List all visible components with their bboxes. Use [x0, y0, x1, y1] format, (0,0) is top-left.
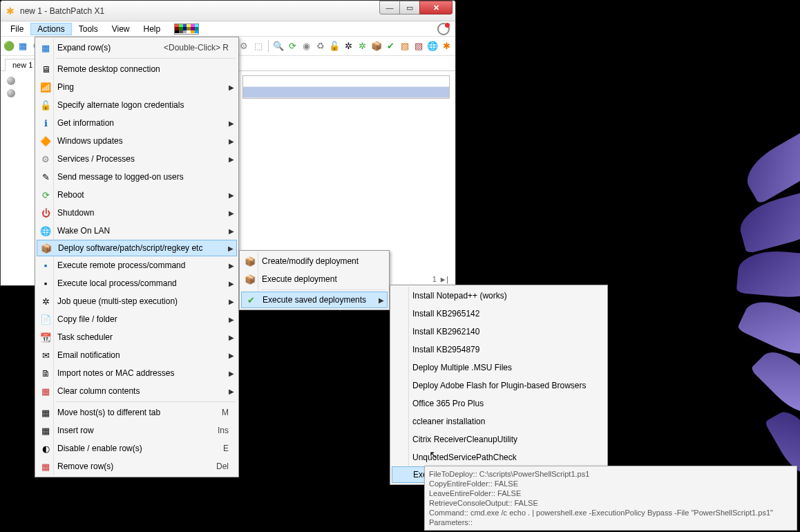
close-button[interactable]: ✕: [419, 1, 453, 15]
minimize-button[interactable]: —: [379, 1, 400, 15]
mi-job-queue[interactable]: ✲Job queue (multi-step execution)▶: [37, 292, 237, 310]
mi-send-msg[interactable]: ✎Send message to logged-on users: [37, 168, 237, 186]
grid-row-selected[interactable]: [243, 87, 449, 98]
schedule-icon[interactable]: [437, 23, 450, 35]
tb-icon-24[interactable]: ✲: [357, 40, 368, 53]
tooltip-line: CopyEntireFolder:: FALSE: [429, 479, 792, 488]
mi-wol[interactable]: 🌐Wake On LAN▶: [37, 222, 237, 240]
deployment-tooltip: FileToDeploy:: C:\scripts\PowerShellScri…: [424, 466, 797, 531]
mi-create-deploy[interactable]: 📦Create/modify deployment: [241, 252, 388, 270]
mi-saved-6[interactable]: Office 365 Pro Plus: [392, 395, 606, 412]
mi-saved-4[interactable]: Deploy Multiple .MSU Files: [392, 359, 606, 377]
mi-win-updates[interactable]: 🔶Windows updates▶: [37, 132, 237, 150]
tb-icon-19[interactable]: ⟳: [287, 40, 298, 53]
actions-menu: ▦ Expand row(s) <Double-Click> R 🖥Remote…: [35, 37, 239, 477]
tb-icon-22[interactable]: 🔓: [329, 40, 340, 53]
mi-services[interactable]: ⚙Services / Processes▶: [37, 150, 237, 168]
tb-icon-30[interactable]: ✱: [441, 40, 453, 53]
mi-saved-5[interactable]: Deploy Adobe Flash for Plugin-based Brow…: [392, 377, 606, 395]
mi-expand-rows[interactable]: ▦ Expand row(s) <Double-Click> R: [37, 39, 237, 57]
mi-exec-local[interactable]: ▪Execute local process/command▶: [37, 274, 237, 292]
mi-saved-7[interactable]: ccleaner installation: [392, 412, 606, 430]
saved-deployments-menu: Install Notepad++ (works) Install KB2965…: [390, 285, 608, 485]
mi-saved-9[interactable]: UnquotedServicePathCheck: [392, 448, 606, 466]
tb-icon-16[interactable]: ⚙: [238, 40, 249, 53]
tb-icon-17[interactable]: ⬚: [253, 40, 264, 53]
tb-icon-23[interactable]: ✲: [343, 40, 354, 53]
status-count: 1: [432, 275, 437, 283]
mi-exec-saved-deploy[interactable]: ✔Execute saved deployments▶: [241, 292, 388, 308]
menubar: File Actions Tools View Help: [1, 21, 455, 37]
mi-exec-deploy[interactable]: 📦Execute deployment: [241, 270, 388, 288]
tb-icon-25[interactable]: 📦: [371, 40, 382, 53]
mi-remove-row[interactable]: ▦Remove row(s)Del: [37, 457, 237, 475]
tooltip-line: LeaveEntireFolder:: FALSE: [429, 488, 792, 498]
grid[interactable]: [242, 75, 450, 99]
menu-actions[interactable]: Actions: [30, 23, 71, 35]
mi-deploy[interactable]: 📦Deploy software/patch/script/regkey etc…: [37, 240, 237, 256]
mi-task-sched[interactable]: 📆Task scheduler▶: [37, 328, 237, 346]
tb-icon-2[interactable]: ▦: [17, 40, 28, 53]
mi-get-info[interactable]: ℹGet information▶: [37, 114, 237, 132]
tooltip-line: RetrieveConsoleOutput:: FALSE: [429, 498, 792, 508]
mi-saved-3[interactable]: Install KB2954879: [392, 341, 606, 359]
tb-icon-21[interactable]: ♻: [315, 40, 326, 53]
titlebar[interactable]: ✱ new 1 - BatchPatch X1 — ▭ ✕: [1, 1, 455, 21]
row-indicator-1[interactable]: [5, 75, 17, 86]
menu-view[interactable]: View: [105, 23, 137, 35]
mi-disable-row[interactable]: ◐Disable / enable row(s)E: [37, 439, 237, 457]
menu-file[interactable]: File: [3, 23, 30, 35]
menu-help[interactable]: Help: [137, 23, 168, 35]
status-pager[interactable]: ▶|: [441, 275, 450, 284]
deploy-submenu: 📦Create/modify deployment 📦Execute deplo…: [239, 250, 390, 310]
grid-header: [243, 76, 449, 87]
tb-icon-29[interactable]: 🌐: [427, 40, 438, 53]
mi-copy-file[interactable]: 📄Copy file / folder▶: [37, 310, 237, 328]
mi-email[interactable]: ✉Email notification▶: [37, 346, 237, 364]
desktop-wallpaper: [710, 83, 800, 497]
mi-alt-logon[interactable]: 🔓Specify alternate logon credentials: [37, 96, 237, 114]
mi-saved-0[interactable]: Install Notepad++ (works): [392, 287, 606, 305]
mi-saved-2[interactable]: Install KB2962140: [392, 323, 606, 341]
mi-exec-remote[interactable]: ▪Execute remote process/command▶: [37, 256, 237, 274]
maximize-button[interactable]: ▭: [399, 1, 420, 15]
mi-saved-1[interactable]: Install KB2965142: [392, 305, 606, 323]
mi-ping[interactable]: 📶Ping▶: [37, 78, 237, 96]
mi-rdp[interactable]: 🖥Remote desktop connection: [37, 60, 237, 78]
mi-move-tab[interactable]: ▦Move host(s) to different tabM: [37, 403, 237, 421]
mi-clear-col[interactable]: ▦Clear column contents▶: [37, 382, 237, 400]
row-indicator-2[interactable]: [5, 88, 17, 99]
tb-icon-27[interactable]: ▧: [399, 40, 410, 53]
tooltip-line: Command:: cmd.exe /c echo . | powershell…: [429, 508, 792, 517]
tb-icon-20[interactable]: ◉: [301, 40, 312, 53]
menu-tools[interactable]: Tools: [72, 23, 105, 35]
mi-shutdown[interactable]: ⏻Shutdown▶: [37, 204, 237, 222]
color-palette-icon[interactable]: [174, 23, 199, 35]
mi-import-notes[interactable]: 🗎Import notes or MAC addresses▶: [37, 364, 237, 382]
mi-reboot[interactable]: ⟳Reboot▶: [37, 186, 237, 204]
app-icon: ✱: [5, 6, 16, 17]
tb-icon-1[interactable]: 🟢: [3, 40, 15, 53]
mi-insert-row[interactable]: ▦Insert rowIns: [37, 421, 237, 439]
tooltip-line: FileToDeploy:: C:\scripts\PowerShellScri…: [429, 469, 792, 479]
mi-saved-8[interactable]: Citrix ReceiverCleanupUtility: [392, 430, 606, 448]
tb-icon-28[interactable]: ▧: [413, 40, 424, 53]
tooltip-line: Parameters::: [429, 517, 792, 527]
tb-icon-18[interactable]: 🔍: [273, 40, 284, 53]
tb-icon-26[interactable]: ✔: [385, 40, 396, 53]
